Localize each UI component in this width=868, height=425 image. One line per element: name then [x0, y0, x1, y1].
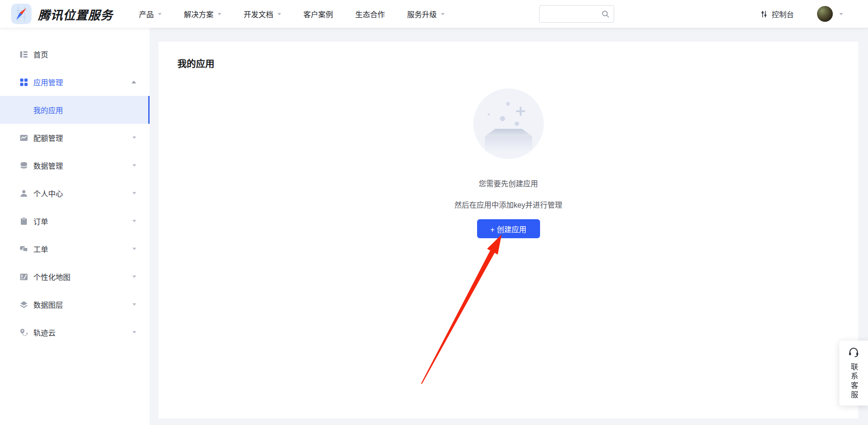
sidebar-item-label: 工单 [33, 243, 48, 254]
sidebar-item-label: 我的应用 [33, 104, 63, 115]
chevron-down-icon [132, 165, 136, 167]
contact-support-tab[interactable]: 联系客服 [839, 341, 868, 406]
nav-item-upgrade[interactable]: 服务升级 [407, 8, 445, 19]
chevron-down-icon [132, 331, 136, 334]
headset-icon [848, 346, 860, 358]
track-pin-icon [19, 328, 28, 337]
chevron-down-icon [132, 220, 136, 222]
sidebar-item-label: 数据图层 [33, 299, 63, 310]
nav-item-ecosystem[interactable]: 生态合作 [355, 8, 385, 19]
empty-state: 您需要先创建应用 然后在应用中添加key并进行管理 + 创建应用 [158, 89, 858, 238]
user-icon [19, 189, 28, 198]
layers-icon [19, 300, 28, 309]
nav-item-cases[interactable]: 客户案例 [303, 8, 333, 19]
nav-item-label: 客户案例 [303, 8, 333, 19]
main-nav: 产品 解决方案 开发文档 客户案例 生态合作 服务升级 [139, 8, 445, 19]
sidebar-item-orders[interactable]: 订单 [0, 207, 150, 235]
sidebar-item-custom-map[interactable]: 个性化地图 [0, 263, 150, 291]
sidebar-item-app-management[interactable]: 应用管理 [0, 68, 150, 96]
console-link[interactable]: 控制台 [760, 8, 794, 19]
sidebar-item-data-layers[interactable]: 数据图层 [0, 291, 150, 318]
sidebar-item-quota[interactable]: 配额管理 [0, 124, 150, 152]
console-label: 控制台 [772, 8, 794, 19]
nav-item-solutions[interactable]: 解决方案 [184, 8, 221, 19]
chevron-up-icon [132, 81, 136, 83]
database-icon [19, 161, 28, 170]
nav-item-docs[interactable]: 开发文档 [244, 8, 281, 19]
compass-logo-icon [11, 4, 31, 24]
chevron-down-icon [132, 192, 136, 195]
search-icon[interactable] [601, 10, 610, 19]
sidebar-item-label: 数据管理 [33, 160, 63, 171]
sidebar-item-track-cloud[interactable]: 轨迹云 [0, 318, 150, 346]
empty-state-submessage: 然后在应用中添加key并进行管理 [454, 199, 562, 210]
nav-item-label: 解决方案 [184, 8, 214, 19]
order-clipboard-icon [19, 217, 28, 226]
nav-item-label: 产品 [139, 8, 154, 19]
custom-map-icon [19, 273, 28, 281]
main-content: 我的应用 [150, 28, 868, 425]
sidebar-item-label: 个人中心 [33, 188, 63, 199]
home-icon [19, 50, 28, 59]
create-app-button[interactable]: + 创建应用 [477, 219, 540, 238]
sliders-icon [760, 10, 768, 18]
nav-item-label: 服务升级 [407, 8, 437, 19]
search-box[interactable] [539, 5, 614, 23]
chevron-down-icon[interactable] [839, 13, 843, 15]
nav-item-label: 生态合作 [355, 8, 385, 19]
sidebar-item-label: 应用管理 [33, 76, 63, 88]
quota-chart-icon [19, 133, 28, 142]
empty-state-message: 您需要先创建应用 [478, 178, 538, 189]
sidebar-item-home[interactable]: 首页 [0, 40, 150, 68]
chevron-down-icon [218, 13, 221, 15]
chevron-down-icon [132, 137, 136, 139]
chevron-down-icon [158, 13, 162, 15]
chevron-down-icon [132, 276, 136, 278]
contact-support-label: 联系客服 [848, 363, 859, 400]
top-header: 腾讯位置服务 产品 解决方案 开发文档 客户案例 生态合作 服务升级 [0, 0, 868, 28]
chevron-down-icon [132, 304, 136, 306]
sidebar-item-label: 订单 [33, 216, 48, 227]
ticket-chat-icon [19, 245, 28, 254]
nav-item-products[interactable]: 产品 [139, 8, 162, 19]
chevron-down-icon [132, 248, 136, 250]
sidebar-item-tickets[interactable]: 工单 [0, 235, 150, 263]
search-input[interactable] [544, 10, 601, 18]
avatar[interactable] [817, 6, 833, 22]
apps-grid-icon [19, 78, 28, 87]
my-apps-panel: 我的应用 [158, 42, 858, 419]
sidebar-item-my-apps[interactable]: 我的应用 [0, 96, 150, 124]
chevron-down-icon [441, 13, 445, 15]
sidebar-item-personal-center[interactable]: 个人中心 [0, 179, 150, 207]
page-title: 我的应用 [158, 42, 858, 70]
chevron-down-icon [277, 13, 281, 15]
sidebar-item-data-management[interactable]: 数据管理 [0, 152, 150, 179]
nav-item-label: 开发文档 [244, 8, 273, 19]
empty-box-illustration [473, 89, 544, 159]
sidebar-item-label: 个性化地图 [33, 271, 70, 282]
sidebar-item-label: 配额管理 [33, 132, 63, 143]
sidebar-item-label: 首页 [33, 49, 48, 60]
brand-title: 腾讯位置服务 [38, 6, 113, 23]
sidebar-item-label: 轨迹云 [33, 327, 56, 338]
sidebar: 首页 应用管理 我的应用 配额管理 [0, 28, 150, 425]
